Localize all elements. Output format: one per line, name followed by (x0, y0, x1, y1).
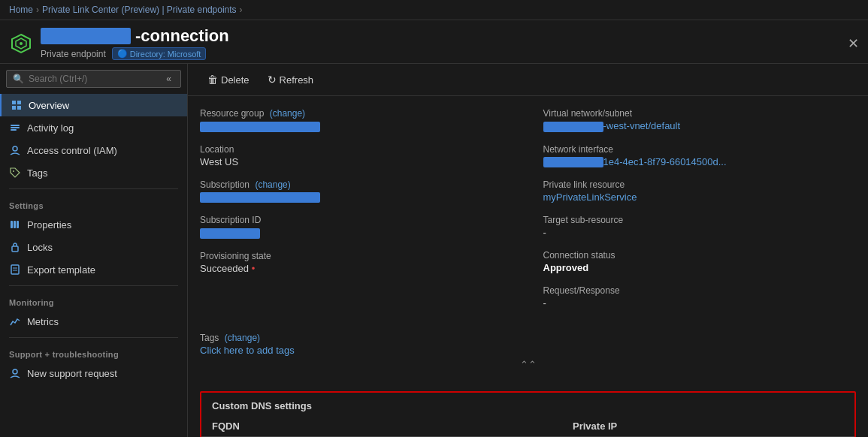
subscription-id-field: Subscription ID (200, 215, 513, 239)
svg-rect-6 (17, 106, 21, 110)
resource-group-change-link[interactable]: (change) (270, 108, 305, 119)
search-box[interactable]: 🔍 « (6, 70, 181, 88)
resource-group-field: Resource group (change) (200, 108, 513, 132)
collapse-icon[interactable]: « (163, 74, 174, 84)
sidebar-item-overview[interactable]: Overview (0, 94, 187, 116)
overview-content: Resource group (change) Location West US (188, 96, 868, 385)
add-tags-link[interactable]: Click here to add tags (200, 345, 295, 356)
svg-rect-5 (12, 106, 16, 110)
resource-icon (9, 32, 33, 56)
private-link-resource-field: Private link resource myPrivateLinkServi… (543, 179, 857, 203)
sidebar-item-locks-label: Locks (27, 242, 53, 253)
tags-icon (9, 167, 21, 179)
request-response-field: Request/Response - (543, 285, 857, 309)
target-sub-resource-field: Target sub-resource - (543, 215, 857, 238)
search-input[interactable] (29, 74, 159, 84)
network-interface-field: Network interface 1e4-4ec1-8f79-66014500… (543, 144, 857, 168)
sidebar-item-activity-log[interactable]: Activity log (0, 116, 187, 139)
main-content: 🗑 Delete ↻ Refresh Resource group (chang… (188, 64, 868, 437)
breadcrumb: Home › Private Link Center (Preview) | P… (0, 0, 868, 20)
overview-grid: Resource group (change) Location West US (200, 108, 856, 321)
tags-section: Tags (change) Click here to add tags (200, 327, 856, 356)
breadcrumb-private-link[interactable]: Private Link Center (Preview) | Private … (42, 5, 237, 15)
delete-button[interactable]: 🗑 Delete (200, 70, 257, 89)
toolbar: 🗑 Delete ↻ Refresh (188, 64, 868, 96)
svg-rect-9 (11, 129, 17, 131)
activity-log-icon (9, 122, 21, 134)
page-header: -connection Private endpoint 🔵 Directory… (0, 20, 868, 64)
subscription-value (200, 192, 320, 203)
sidebar-item-overview-label: Overview (29, 100, 69, 111)
sidebar-item-export-template-label: Export template (27, 264, 95, 276)
sidebar-item-tags[interactable]: Tags (0, 161, 187, 184)
private-ip-column-header: Private IP (562, 416, 854, 437)
virtual-network-field: Virtual network/subnet -west-vnet/defaul… (543, 108, 857, 132)
dns-settings-table: FQDN Private IP Not applicable 172.18.2.… (201, 416, 854, 437)
metrics-icon (9, 315, 21, 327)
sidebar-item-iam-label: Access control (IAM) (27, 145, 117, 156)
svg-point-10 (13, 146, 17, 151)
svg-point-11 (13, 170, 14, 172)
page-subtitle: Private endpoint 🔵 Directory: Microsoft (41, 47, 229, 60)
dns-settings-header: Custom DNS settings (201, 393, 854, 416)
scroll-indicator: ⌃⌃ (200, 356, 856, 373)
main-layout: 🔍 « Overview Activity log Access control… (0, 64, 868, 437)
svg-rect-3 (12, 101, 16, 104)
resource-group-value (200, 122, 320, 132)
title-masked (41, 28, 131, 44)
sidebar-item-activity-log-label: Activity log (27, 122, 74, 134)
subscription-field: Subscription (change) (200, 179, 513, 203)
location-field: Location West US (200, 144, 513, 167)
subscription-id-value (200, 228, 260, 239)
svg-point-19 (13, 369, 17, 374)
svg-rect-16 (11, 265, 19, 274)
sidebar-item-support-label: New support request (27, 368, 117, 379)
search-icon: 🔍 (13, 74, 24, 84)
fqdn-column-header: FQDN (201, 416, 562, 437)
settings-section-header: Settings (0, 194, 187, 213)
private-link-value-link[interactable]: myPrivateLinkService (543, 191, 637, 203)
refresh-button[interactable]: ↻ Refresh (260, 70, 322, 89)
sidebar-item-tags-label: Tags (27, 167, 47, 179)
subscription-change-link[interactable]: (change) (255, 179, 290, 190)
sidebar-item-properties[interactable]: Properties (0, 213, 187, 236)
virtual-network-link[interactable]: -west-vnet/default (543, 120, 681, 131)
sidebar-item-new-support-request[interactable]: New support request (0, 362, 187, 384)
directory-badge: 🔵 Directory: Microsoft (112, 47, 207, 60)
sidebar-item-access-control[interactable]: Access control (IAM) (0, 139, 187, 161)
sidebar-item-export-template[interactable]: Export template (0, 258, 187, 281)
monitoring-section-header: Monitoring (0, 291, 187, 310)
dns-settings-section: Custom DNS settings FQDN Private IP Not … (200, 391, 856, 437)
provisioning-state-field: Provisioning state Succeeded • (200, 251, 513, 274)
locks-icon (9, 241, 21, 253)
properties-icon (9, 218, 21, 231)
svg-rect-13 (14, 221, 16, 228)
connection-status-field: Connection status Approved (543, 250, 857, 273)
svg-rect-8 (11, 127, 20, 128)
svg-rect-15 (12, 246, 18, 252)
close-button[interactable]: ✕ (848, 35, 859, 52)
delete-icon: 🗑 (207, 74, 218, 86)
refresh-icon: ↻ (268, 74, 277, 86)
sidebar-item-properties-label: Properties (27, 219, 71, 231)
svg-rect-14 (17, 221, 19, 228)
sidebar: 🔍 « Overview Activity log Access control… (0, 64, 188, 437)
network-interface-link[interactable]: 1e4-4ec1-8f79-66014500d... (543, 156, 727, 167)
sidebar-item-metrics-label: Metrics (27, 316, 59, 327)
sidebar-item-locks[interactable]: Locks (0, 236, 187, 258)
breadcrumb-home[interactable]: Home (9, 5, 33, 15)
iam-icon (9, 144, 21, 156)
svg-rect-12 (11, 221, 13, 228)
export-template-icon (9, 264, 21, 276)
tags-change-link[interactable]: (change) (225, 333, 260, 343)
support-section-header: Support + troubleshooting (0, 342, 187, 362)
page-title: -connection (41, 26, 229, 46)
svg-rect-7 (11, 125, 20, 126)
svg-point-2 (20, 42, 23, 45)
overview-icon (11, 99, 23, 111)
svg-rect-4 (17, 101, 21, 104)
sidebar-item-metrics[interactable]: Metrics (0, 310, 187, 333)
support-icon (9, 367, 21, 379)
